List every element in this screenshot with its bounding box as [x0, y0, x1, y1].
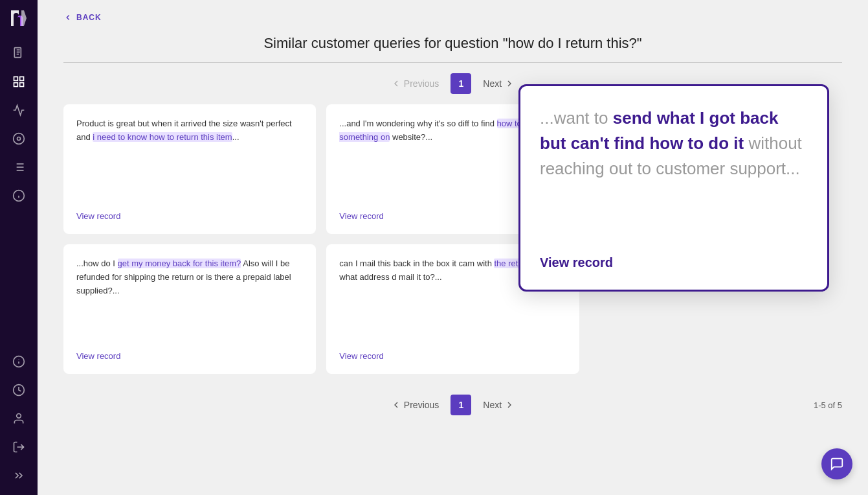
card-4-view-record-link[interactable]: View record	[339, 351, 566, 361]
svg-rect-4	[20, 83, 24, 87]
expanded-card: ...want to send what I got back but can'…	[518, 84, 829, 292]
bottom-next-label: Next	[483, 400, 502, 410]
bottom-page-number: 1	[458, 400, 463, 410]
top-previous-label: Previous	[404, 78, 439, 89]
document-icon[interactable]	[7, 41, 30, 65]
logo[interactable]	[8, 8, 29, 29]
info-icon[interactable]	[7, 184, 30, 207]
svg-rect-3	[14, 83, 18, 87]
query-card-3: ...how do I get my money back for this i…	[63, 244, 316, 374]
bottom-page-1-button[interactable]: 1	[451, 395, 471, 415]
svg-point-5	[14, 133, 25, 144]
bottom-previous-label: Previous	[404, 400, 439, 410]
svg-point-20	[17, 414, 21, 419]
card-1-view-record-link[interactable]: View record	[76, 211, 303, 221]
page-count: 1-5 of 5	[814, 400, 842, 410]
svg-point-6	[17, 137, 21, 141]
bottom-previous-button[interactable]: Previous	[386, 397, 444, 413]
bottom-pagination: Previous 1 Next	[386, 395, 520, 415]
expanded-card-text: ...want to send what I got back but can'…	[540, 106, 808, 181]
card-1-text: Product is great but when it arrived the…	[76, 117, 303, 201]
chart-icon[interactable]	[7, 98, 30, 122]
query-card-1: Product is great but when it arrived the…	[63, 104, 316, 234]
expanded-text-before: ...want to	[540, 108, 613, 128]
activity-icon[interactable]	[7, 127, 30, 150]
top-page-1-button[interactable]: 1	[451, 73, 471, 94]
list-icon[interactable]	[7, 155, 30, 179]
grid-icon[interactable]	[7, 70, 30, 93]
clock-icon[interactable]	[7, 378, 30, 402]
top-previous-button[interactable]: Previous	[386, 76, 444, 91]
card-3-view-record-link[interactable]: View record	[76, 351, 303, 361]
info-bottom-icon[interactable]	[7, 350, 30, 373]
back-button[interactable]: BACK	[63, 13, 842, 22]
top-page-number: 1	[458, 78, 463, 89]
bottom-pagination-row: Previous 1 Next 1-5 of 5	[63, 384, 842, 426]
svg-rect-2	[20, 77, 24, 81]
svg-rect-1	[14, 77, 18, 81]
page-title: Similar customer queries for question "h…	[63, 35, 842, 63]
sidebar	[0, 0, 38, 495]
back-label: BACK	[76, 13, 102, 22]
top-next-label: Next	[483, 78, 502, 89]
expanded-view-record-link[interactable]: View record	[540, 255, 808, 270]
expand-icon[interactable]	[7, 464, 30, 487]
bottom-next-button[interactable]: Next	[478, 397, 520, 413]
chat-button[interactable]	[821, 448, 852, 479]
user-icon[interactable]	[7, 407, 30, 430]
content-area: BACK Similar customer queries for questi…	[38, 0, 868, 495]
card-3-text: ...how do I get my money back for this i…	[76, 257, 303, 341]
top-next-button[interactable]: Next	[478, 76, 520, 91]
logout-icon[interactable]	[7, 435, 30, 459]
main-content: BACK Similar customer queries for questi…	[38, 0, 868, 495]
